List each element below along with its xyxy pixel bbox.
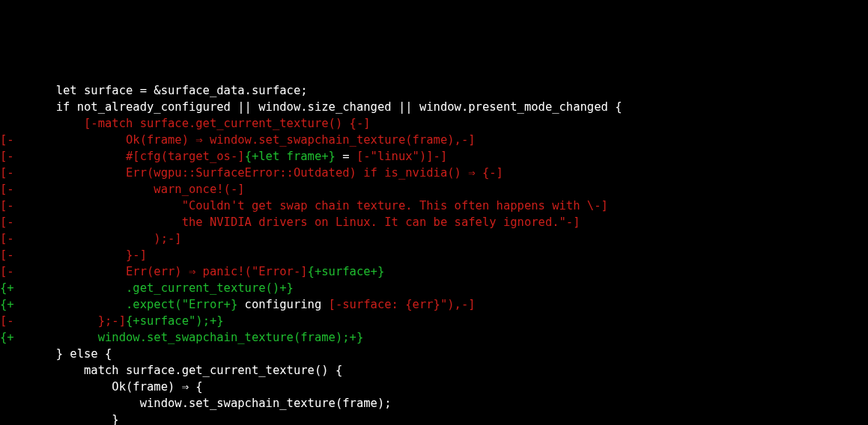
diff-line: [- the NVIDIA drivers on Linux. It can b… <box>0 214 868 230</box>
diff-deleted-segment: [- #[cfg(target_os-] <box>0 150 245 163</box>
diff-added-segment: {+let frame+} <box>245 150 336 163</box>
diff-line: [- };-]{+surface");+} <box>0 313 868 329</box>
diff-line: Ok(frame) ⇒ { <box>0 379 868 395</box>
diff-deleted-segment: [- "Couldn't get swap chain texture. Thi… <box>0 199 608 212</box>
diff-context-segment <box>0 117 84 130</box>
diff-line: [- warn_once!(-] <box>0 181 868 198</box>
diff-deleted-segment: [- the NVIDIA drivers on Linux. It can b… <box>0 215 580 229</box>
diff-line: [- Err(err) ⇒ panic!("Error-]{+surface+} <box>0 263 868 280</box>
diff-context-segment: let surface = &surface_data.surface; <box>0 84 308 97</box>
diff-context-segment: = <box>336 150 356 163</box>
diff-line: window.set_swapchain_texture(frame); <box>0 395 868 412</box>
diff-added-segment: {+surface+} <box>308 265 385 278</box>
diff-context-segment: configuring <box>237 298 328 311</box>
diff-line: {+ .get_current_texture()+} <box>0 280 868 296</box>
diff-deleted-segment: [-match surface.get_current_texture() {-… <box>84 117 371 130</box>
diff-context-segment: if not_already_configured || window.size… <box>0 100 622 114</box>
diff-added-segment: {+surface");+} <box>126 314 224 328</box>
diff-line: [- Ok(frame) ⇒ window.set_swapchain_text… <box>0 132 868 148</box>
diff-deleted-segment: [- }-] <box>0 248 147 262</box>
diff-line: [- }-] <box>0 247 868 263</box>
diff-context-segment: } else { <box>0 347 112 361</box>
diff-deleted-segment: [- warn_once!(-] <box>0 183 245 196</box>
diff-deleted-segment: [- Ok(frame) ⇒ window.set_swapchain_text… <box>0 133 476 147</box>
diff-line: [- Err(wgpu::SurfaceError::Outdated) if … <box>0 165 868 181</box>
diff-added-segment: {+ .get_current_texture()+} <box>0 281 294 295</box>
diff-view: let surface = &surface_data.surface; if … <box>0 82 868 425</box>
diff-added-segment: {+ window.set_swapchain_texture(frame);+… <box>0 331 363 344</box>
diff-deleted-segment: [- Err(wgpu::SurfaceError::Outdated) if … <box>0 166 503 180</box>
diff-deleted-segment: [- Err(err) ⇒ panic!("Error-] <box>0 265 308 278</box>
diff-context-segment: } <box>0 413 119 425</box>
diff-line: } <box>0 412 868 425</box>
diff-deleted-segment: [- );-] <box>0 232 182 245</box>
diff-line: {+ window.set_swapchain_texture(frame);+… <box>0 329 868 346</box>
diff-line: let surface = &surface_data.surface; <box>0 82 868 99</box>
diff-line: } else { <box>0 346 868 362</box>
diff-line: [- #[cfg(target_os-]{+let frame+} = [-"l… <box>0 148 868 165</box>
diff-line: [-match surface.get_current_texture() {-… <box>0 115 868 132</box>
diff-line: [- );-] <box>0 230 868 247</box>
diff-context-segment: window.set_swapchain_texture(frame); <box>0 397 392 410</box>
diff-deleted-segment: [-"linux")]-] <box>356 150 447 163</box>
diff-line: [- "Couldn't get swap chain texture. Thi… <box>0 198 868 214</box>
diff-deleted-segment: [- };-] <box>0 314 126 328</box>
diff-line: {+ .expect("Error+} configuring [-surfac… <box>0 296 868 313</box>
diff-added-segment: {+ .expect("Error+} <box>0 298 237 311</box>
diff-context-segment: match surface.get_current_texture() { <box>0 364 342 377</box>
diff-line: match surface.get_current_texture() { <box>0 362 868 379</box>
diff-line: if not_already_configured || window.size… <box>0 99 868 115</box>
diff-context-segment: Ok(frame) ⇒ { <box>0 380 203 394</box>
diff-deleted-segment: [-surface: {err}"),-] <box>329 298 476 311</box>
